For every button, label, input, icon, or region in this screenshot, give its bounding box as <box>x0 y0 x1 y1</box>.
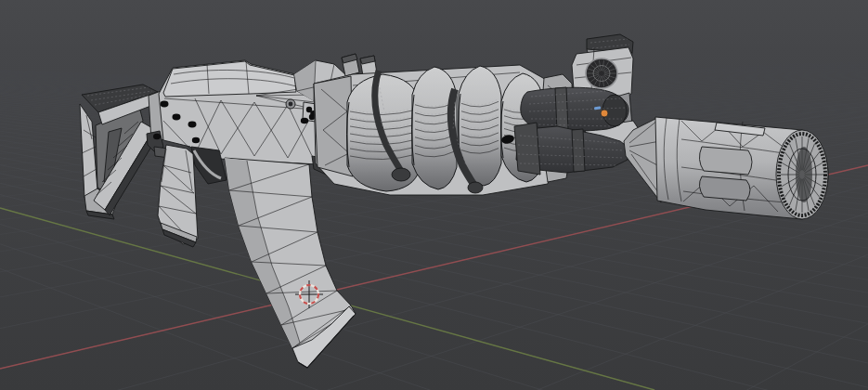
viewport-canvas[interactable] <box>0 0 868 390</box>
viewport-3d[interactable] <box>0 0 868 390</box>
origin-dot[interactable] <box>601 110 608 117</box>
